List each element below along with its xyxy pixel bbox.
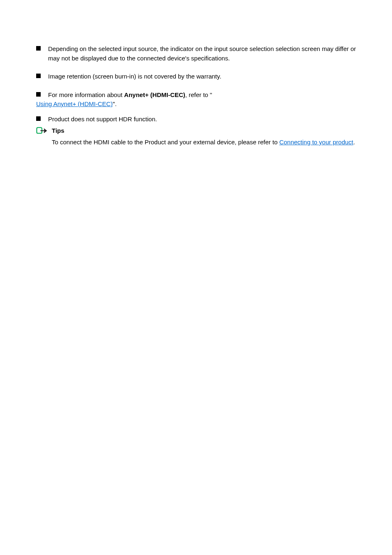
text-segment: To connect the HDMI cable to the Product… <box>52 139 279 146</box>
bullet-text: Image retention (screen burn-in) is not … <box>48 72 221 81</box>
bullet-icon <box>36 116 41 121</box>
bullet-text: Product does not support HDR function. <box>48 115 157 124</box>
bullet-icon <box>36 92 41 97</box>
tip-content: To connect the HDMI cable to the Product… <box>52 138 357 147</box>
text-segment: , refer to " <box>185 91 212 98</box>
list-item: Depending on the selected input source, … <box>36 44 357 63</box>
bullet-text: Depending on the selected input source, … <box>48 44 357 63</box>
link-line: Using Anynet+ (HDMI-CEC)". <box>36 99 357 109</box>
bullet-text: For more information about Anynet+ (HDMI… <box>48 90 212 100</box>
tip-label: Tips <box>52 127 65 134</box>
bold-text: Anynet+ (HDMI-CEC) <box>124 91 185 98</box>
text-segment: For more information about <box>48 91 124 98</box>
anynet-link[interactable]: Using Anynet+ (HDMI-CEC) <box>36 100 113 107</box>
tip-row: Tips <box>36 126 357 135</box>
text-segment: . <box>353 139 355 146</box>
svg-marker-1 <box>44 129 47 133</box>
tip-icon <box>36 126 48 135</box>
list-item: Image retention (screen burn-in) is not … <box>36 72 357 81</box>
list-item: Product does not support HDR function. <box>36 115 357 124</box>
bullet-icon <box>36 46 41 51</box>
bullet-icon <box>36 74 41 78</box>
text-segment: ". <box>113 100 117 107</box>
list-item: For more information about Anynet+ (HDMI… <box>36 90 357 100</box>
connecting-link[interactable]: Connecting to your product <box>279 139 353 146</box>
